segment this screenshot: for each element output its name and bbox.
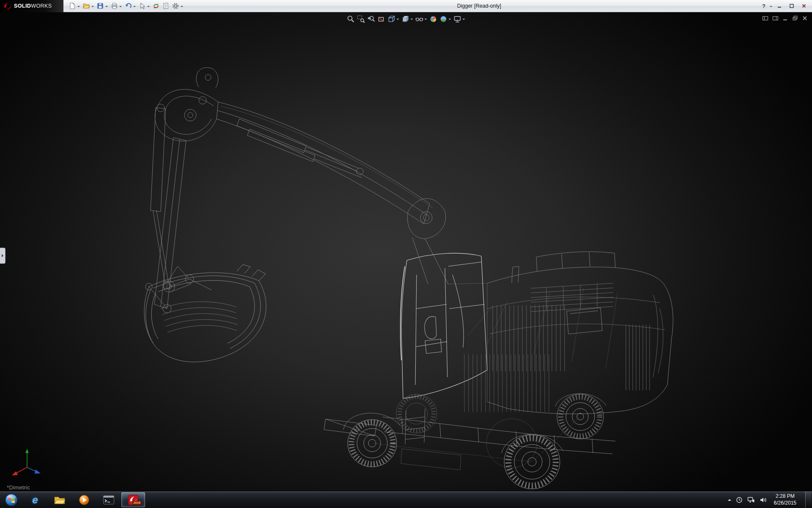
help-dropdown[interactable] xyxy=(770,6,772,8)
tray-network-button[interactable] xyxy=(747,497,755,503)
display-style-icon xyxy=(401,15,410,23)
hide-show-items-button[interactable] xyxy=(415,14,428,24)
open-document-button[interactable] xyxy=(82,1,95,11)
brand-works: WORKS xyxy=(31,3,52,9)
tray-clock-sync-icon[interactable] xyxy=(736,497,743,503)
apply-scene-button[interactable] xyxy=(439,14,452,24)
select-button[interactable] xyxy=(137,1,151,11)
solidworks-version-badge: 2015 xyxy=(132,501,141,505)
feature-pane-icon xyxy=(762,15,768,21)
zoom-to-area-icon xyxy=(357,15,365,23)
options-button[interactable] xyxy=(171,1,184,11)
heads-up-view-toolbar xyxy=(346,14,466,24)
taskbar-app-solidworks-2015[interactable]: 2015 xyxy=(121,492,145,507)
save-icon xyxy=(96,2,104,10)
start-button[interactable] xyxy=(0,491,23,508)
save-button[interactable] xyxy=(96,1,109,11)
show-hidden-icons-button[interactable] xyxy=(728,497,731,502)
undo-dropdown[interactable] xyxy=(133,6,136,8)
clock-icon xyxy=(736,497,743,503)
window-title: Digger [Read-only] xyxy=(457,3,501,9)
taskbar: e xyxy=(0,491,812,508)
taskbar-app-windows-explorer[interactable] xyxy=(48,492,71,507)
edit-appearance-button[interactable] xyxy=(429,14,438,24)
screen: SOLIDWORKS xyxy=(0,0,812,508)
rebuild-button[interactable] xyxy=(151,1,161,11)
minimize-icon xyxy=(777,3,782,8)
view-orientation-dropdown[interactable] xyxy=(397,19,399,21)
menu-bar-toolbar xyxy=(68,1,184,11)
taskbar-clock[interactable]: 2:28 PM 6/26/2015 xyxy=(771,493,799,506)
boom-arm-group xyxy=(145,68,487,313)
chassis-group xyxy=(324,394,615,470)
apply-scene-dropdown[interactable] xyxy=(449,19,451,21)
show-feature-pane-button[interactable] xyxy=(762,15,768,21)
clock-date: 6/26/2015 xyxy=(774,500,796,507)
hide-show-items-dropdown[interactable] xyxy=(425,19,427,21)
close-button[interactable] xyxy=(798,2,809,10)
file-properties-icon xyxy=(162,2,170,10)
print-button[interactable] xyxy=(110,1,123,11)
flyout-arrow-icon xyxy=(2,254,5,257)
new-document-button[interactable] xyxy=(68,1,81,11)
open-document-dropdown[interactable] xyxy=(91,6,94,8)
rebuild-icon xyxy=(152,2,160,10)
apply-scene-icon xyxy=(439,15,448,23)
minimize-button[interactable] xyxy=(774,2,785,10)
undo-button[interactable] xyxy=(123,1,137,11)
display-style-button[interactable] xyxy=(401,14,414,24)
internet-explorer-icon: e xyxy=(32,495,38,505)
volume-icon xyxy=(760,497,767,503)
zoom-to-fit-icon xyxy=(347,15,355,23)
show-display-pane-button[interactable] xyxy=(772,15,779,21)
dassault-systemes-logo-icon xyxy=(3,2,12,10)
view-settings-button[interactable] xyxy=(453,14,466,24)
restore-document-button[interactable] xyxy=(792,15,798,21)
minimize-document-button[interactable] xyxy=(782,15,788,21)
close-document-icon xyxy=(802,15,808,21)
taskbar-app-media-player[interactable] xyxy=(72,492,96,507)
brand-text: SOLIDWORKS xyxy=(14,3,52,9)
new-document-dropdown[interactable] xyxy=(77,6,80,8)
restore-document-icon xyxy=(792,15,798,21)
previous-view-icon xyxy=(367,15,376,23)
show-desktop-button[interactable] xyxy=(805,491,811,508)
zoom-to-area-button[interactable] xyxy=(357,14,366,24)
maximize-button[interactable] xyxy=(786,2,797,10)
help-button[interactable]: ? xyxy=(760,3,768,9)
taskbar-app-internet-explorer[interactable]: e xyxy=(23,492,47,507)
display-pane-icon xyxy=(772,15,779,21)
view-settings-icon xyxy=(453,15,462,23)
file-properties-button[interactable] xyxy=(161,1,170,11)
graphics-area[interactable]: *Dimetric xyxy=(0,12,812,491)
tray-volume-button[interactable] xyxy=(760,497,767,503)
command-prompt-icon xyxy=(103,495,115,505)
print-dropdown[interactable] xyxy=(119,6,122,8)
save-dropdown[interactable] xyxy=(105,6,108,8)
view-orientation-button[interactable] xyxy=(387,14,400,24)
section-view-button[interactable] xyxy=(377,14,386,24)
network-icon xyxy=(747,497,755,503)
solidworks-logo: SOLIDWORKS xyxy=(0,0,63,12)
display-style-dropdown[interactable] xyxy=(411,19,413,21)
window-controls: ? xyxy=(760,2,812,10)
options-gear-icon xyxy=(172,2,179,10)
digger-wireframe-model[interactable] xyxy=(0,12,812,491)
title-bar[interactable]: SOLIDWORKS xyxy=(0,0,812,12)
taskbar-app-command-prompt[interactable] xyxy=(97,492,121,507)
zoom-to-fit-button[interactable] xyxy=(346,14,356,24)
print-icon xyxy=(110,2,118,10)
view-settings-dropdown[interactable] xyxy=(463,19,465,21)
section-view-icon xyxy=(377,15,386,23)
select-dropdown[interactable] xyxy=(147,6,150,8)
show-hidden-icons-arrow-icon xyxy=(728,497,731,501)
previous-view-button[interactable] xyxy=(367,14,376,24)
close-document-button[interactable] xyxy=(802,15,808,21)
reference-triad[interactable] xyxy=(10,444,44,478)
view-orientation-label: *Dimetric xyxy=(7,484,30,491)
options-dropdown[interactable] xyxy=(181,6,183,8)
featuremanager-flyout-tab[interactable] xyxy=(0,248,5,264)
clock-time: 2:28 PM xyxy=(774,493,796,500)
body-deck-group xyxy=(464,252,673,414)
edit-appearance-sphere-icon xyxy=(429,15,438,23)
